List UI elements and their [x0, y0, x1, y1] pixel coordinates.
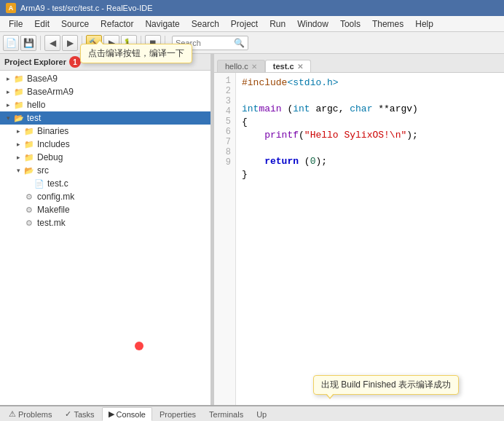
arrow-basea9: ▸ [3, 74, 13, 84]
arrow-includes: ▸ [13, 139, 23, 149]
label-src: src [37, 165, 49, 176]
bottom-tabs: ⚠ Problems ✓ Tasks ▶ Console Properties … [0, 406, 504, 421]
tab-helloc[interactable]: hello.c ✕ [217, 60, 265, 72]
file-icon-testc: 📄 [34, 178, 45, 189]
code-line-1: #include <stdio.h> [242, 76, 498, 89]
tree-item-configmk[interactable]: ▸ ⚙ config.mk [0, 190, 210, 203]
tree-item-test[interactable]: ▾ 📂 test [0, 111, 210, 125]
tab-up[interactable]: Up [251, 409, 272, 420]
tree-item-basea9[interactable]: ▸ 📁 BaseA9 [0, 72, 210, 85]
build-success-tooltip: 出现 Build Finished 表示编译成功 [313, 375, 459, 395]
folder-icon-binaries: 📁 [23, 125, 35, 137]
file-icon-testmk: ⚙ [23, 217, 35, 229]
tree-item-baseArma9[interactable]: ▸ 📁 BaseArmA9 [0, 85, 210, 98]
title-bar: A ArmA9 - test/src/test.c - RealEvo-IDE [0, 0, 504, 16]
editor-area[interactable]: 1 2 3 4 5 6 7 8 9 #include <stdio.h> int… [214, 73, 504, 405]
project-icon-baseArma9: 📁 [13, 86, 25, 98]
label-configmk: config.mk [37, 192, 74, 202]
console-icon: ▶ [109, 409, 114, 419]
menu-item-search[interactable]: Search [186, 17, 225, 31]
file-icon-configmk: ⚙ [23, 191, 35, 202]
code-line-2 [242, 89, 498, 102]
back-button[interactable]: ◀ [44, 35, 60, 51]
tree-item-hello[interactable]: ▸ 📁 hello [0, 98, 210, 111]
tab-problems[interactable]: ⚠ Problems [3, 408, 58, 420]
tab-properties[interactable]: Properties [154, 409, 202, 420]
arrow-binaries: ▸ [13, 126, 23, 136]
tab-console-label: Console [117, 410, 146, 419]
new-button[interactable]: 📄 [3, 35, 19, 51]
label-test: test [27, 113, 41, 123]
save-button[interactable]: 💾 [20, 35, 36, 51]
tab-testc[interactable]: test.c ✕ [265, 60, 311, 72]
menu-item-themes[interactable]: Themes [366, 17, 409, 31]
menu-bar: FileEditSourceRefactorNavigateSearchProj… [0, 16, 504, 32]
forward-button[interactable]: ▶ [62, 35, 78, 51]
menu-item-file[interactable]: File [3, 17, 28, 31]
file-icon-makefile: ⚙ [23, 204, 35, 216]
tab-tasks[interactable]: ✓ Tasks [59, 408, 100, 420]
tab-console[interactable]: ▶ Console [102, 407, 152, 421]
main-content: Project Explorer 1 ▸ 📁 BaseA9 ▸ 📁 BaseAr… [0, 54, 504, 405]
tree-item-debug[interactable]: ▸ 📁 Debug [0, 151, 210, 164]
tooltip1-text: 点击编译按钮，编译一下 [88, 48, 184, 58]
separator1 [40, 36, 41, 50]
menu-item-help[interactable]: Help [409, 17, 439, 31]
tree-item-includes[interactable]: ▸ 📁 Includes [0, 138, 210, 151]
problems-icon: ⚠ [9, 409, 16, 419]
toolbar: 📄 💾 ◀ ▶ 🔨 ▶ 🐛 ⏹ 🔍 [0, 32, 504, 54]
build-tooltip-balloon: 点击编译按钮，编译一下 [80, 44, 192, 63]
menu-item-project[interactable]: Project [225, 17, 264, 31]
label-basea9: BaseA9 [27, 74, 58, 84]
menu-item-source[interactable]: Source [55, 17, 95, 31]
project-icon-basea9: 📁 [13, 73, 25, 84]
title-text: ArmA9 - test/src/test.c - RealEvo-IDE [20, 4, 153, 12]
menu-item-tools[interactable]: Tools [334, 17, 366, 31]
folder-icon-includes: 📁 [23, 138, 35, 150]
code-line-7: return (0); [242, 154, 498, 168]
menu-item-edit[interactable]: Edit [28, 17, 55, 31]
project-tree[interactable]: ▸ 📁 BaseA9 ▸ 📁 BaseArmA9 ▸ 📁 hello ▾ 📂 [0, 71, 210, 405]
label-hello: hello [27, 100, 45, 110]
tree-item-binaries[interactable]: ▸ 📁 Binaries [0, 125, 210, 138]
label-makefile: Makefile [37, 205, 70, 215]
label-debug: Debug [37, 152, 63, 162]
code-line-9 [242, 181, 498, 194]
tab-tasks-label: Tasks [74, 410, 94, 419]
arrow-debug: ▸ [13, 152, 23, 162]
left-panel: Project Explorer 1 ▸ 📁 BaseA9 ▸ 📁 BaseAr… [0, 54, 211, 405]
code-line-8: } [242, 168, 498, 181]
code-line-6 [242, 141, 498, 154]
tab-terminals[interactable]: Terminals [203, 409, 249, 420]
tab-helloc-close[interactable]: ✕ [251, 63, 257, 71]
bottom-panel: ⚠ Problems ✓ Tasks ▶ Console Properties … [0, 405, 504, 421]
tree-item-testmk[interactable]: ▸ ⚙ test.mk [0, 216, 210, 229]
tab-up-label: Up [256, 410, 267, 419]
code-content[interactable]: #include <stdio.h> int main (int argc, c… [236, 73, 504, 405]
editor-tabs: hello.c ✕ test.c ✕ [214, 54, 504, 73]
tree-item-testc[interactable]: ▸ 📄 test.c [0, 177, 210, 190]
label-baseArma9: BaseArmA9 [27, 87, 74, 97]
tab-testc-close[interactable]: ✕ [297, 63, 303, 71]
explorer-badge: 1 [69, 56, 81, 68]
tab-properties-label: Properties [160, 410, 196, 419]
label-includes: Includes [37, 139, 70, 149]
tasks-icon: ✓ [65, 409, 71, 419]
project-icon-hello: 📁 [13, 99, 25, 111]
menu-item-navigate[interactable]: Navigate [139, 17, 185, 31]
folder-icon-src: 📂 [23, 165, 35, 176]
app-icon: A [6, 3, 16, 13]
tree-item-src[interactable]: ▾ 📂 src [0, 164, 210, 177]
menu-item-run[interactable]: Run [264, 17, 291, 31]
menu-item-window[interactable]: Window [291, 17, 334, 31]
code-line-5: printf("Hello SylixOS!\n"); [242, 128, 498, 141]
label-testc: test.c [47, 178, 68, 189]
project-icon-test: 📂 [13, 112, 25, 124]
tree-item-makefile[interactable]: ▸ ⚙ Makefile [0, 203, 210, 216]
menu-item-refactor[interactable]: Refactor [95, 17, 139, 31]
arrow-baseArma9: ▸ [3, 87, 13, 97]
right-panel: hello.c ✕ test.c ✕ 1 2 3 4 5 6 7 8 9 #in… [214, 54, 504, 405]
label-binaries: Binaries [37, 126, 68, 136]
line-numbers: 1 2 3 4 5 6 7 8 9 [214, 73, 236, 405]
search-icon: 🔍 [234, 38, 245, 48]
